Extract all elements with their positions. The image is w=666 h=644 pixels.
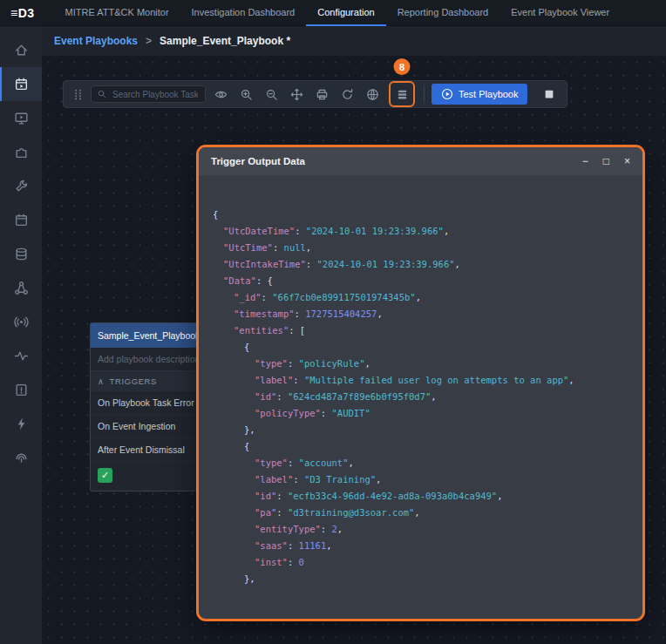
code-line: {: [213, 207, 642, 223]
trigger-enabled-checkbox[interactable]: ✓: [98, 468, 112, 483]
d3-logo: ≡D3: [10, 6, 35, 20]
zoom-in-button[interactable]: [235, 84, 256, 105]
close-icon[interactable]: ×: [624, 156, 630, 166]
playbook-icon: [14, 77, 29, 92]
code-line: },: [213, 422, 642, 438]
globe-button[interactable]: [362, 84, 383, 105]
screen-play-icon: [14, 111, 29, 125]
lightning-icon: [14, 417, 29, 431]
toolbar-icons: [210, 84, 383, 105]
trigger-output-data-button[interactable]: [391, 84, 412, 105]
sidebar-item-home[interactable]: [0, 33, 42, 67]
code-line: "label": "D3 Training",: [213, 471, 642, 488]
puzzle-icon: [14, 145, 29, 159]
breadcrumb-current: Sample_Event_Playbook *: [160, 35, 290, 47]
nav-item-mitre-att-ck-monitor[interactable]: MITRE ATT&CK Monitor: [54, 0, 180, 26]
code-line: "pa": "d3training@d3soar.com",: [213, 505, 642, 521]
drag-handle-icon: [71, 88, 85, 101]
topnav-items: MITRE ATT&CK MonitorInvestigation Dashbo…: [54, 0, 622, 26]
nav-item-event-playbook-viewer[interactable]: Event Playbook Viewer: [500, 0, 621, 26]
sidebar-item-automation[interactable]: [0, 407, 42, 441]
pan-icon: [290, 88, 303, 101]
print-button[interactable]: [311, 84, 332, 105]
search-box: [91, 85, 206, 103]
modal-window-controls: − □ ×: [582, 156, 630, 166]
code-line: "saas": 11161,: [213, 538, 642, 554]
sidebar-item-utilities[interactable]: [0, 169, 42, 203]
nav-item-investigation-dashboard[interactable]: Investigation Dashboard: [180, 0, 307, 26]
zoom-out-icon: [265, 88, 278, 101]
refresh-button[interactable]: [336, 84, 357, 105]
code-line: {: [213, 339, 642, 356]
sidebar-item-connections[interactable]: [0, 271, 42, 305]
nav-item-configuration[interactable]: Configuration: [306, 0, 385, 26]
stop-icon: [543, 88, 555, 100]
modal-title: Trigger Output Data: [211, 156, 582, 166]
sidebar-item-playbook-viewer[interactable]: [0, 101, 42, 135]
calendar-icon: [14, 213, 29, 227]
sidebar-item-data[interactable]: [0, 237, 42, 271]
code-line: "UtcTime": null,: [213, 240, 642, 256]
code-line: "UtcIntakeTime": "2024-10-01 19:23:39.96…: [213, 256, 642, 273]
alert-doc-icon: [14, 383, 29, 397]
sidebar-item-schedule[interactable]: [0, 203, 42, 237]
refresh-icon: [341, 88, 354, 101]
maximize-icon[interactable]: □: [603, 156, 609, 166]
wrench-icon: [14, 179, 29, 193]
code-line: "inst": 0: [213, 554, 642, 571]
playbook-toolbar: 8 Test Playbook: [63, 80, 567, 108]
eye-icon: [214, 88, 228, 101]
preview-button[interactable]: [210, 84, 231, 105]
test-playbook-label: Test Playbook: [459, 89, 518, 99]
code-line: "policyType": "AUDIT": [213, 405, 642, 422]
print-icon: [316, 88, 329, 101]
topnav: ≡D3 MITRE ATT&CK MonitorInvestigation Da…: [0, 0, 666, 26]
sidebar-item-identity[interactable]: [0, 441, 42, 475]
code-line: "entityType": 2,: [213, 521, 642, 538]
code-line: "id": "ecfb33c4-96dd-4e92-ad8a-093a0b4ca…: [213, 488, 642, 505]
breadcrumb: Event Playbooks > Sample_Event_Playbook …: [42, 26, 666, 56]
code-line: "type": "policyRule",: [213, 356, 642, 372]
code-line: "id": "624cd487a7f89e6b0f95f0d7",: [213, 389, 642, 405]
code-line: },: [213, 571, 642, 587]
code-line: {: [213, 438, 642, 455]
globe-icon: [366, 88, 379, 101]
broadcast-icon: [14, 315, 29, 329]
test-playbook-button[interactable]: Test Playbook: [432, 84, 527, 105]
home-icon: [14, 43, 29, 58]
annotation-badge: 8: [394, 58, 411, 75]
sidebar-item-playbooks[interactable]: [0, 67, 42, 101]
nav-item-reporting-dashboard[interactable]: Reporting Dashboard: [386, 0, 500, 26]
sidebar-item-alerts[interactable]: [0, 373, 42, 407]
breadcrumb-separator-icon: >: [146, 35, 152, 47]
search-input[interactable]: [111, 89, 200, 100]
trigger-output-modal: Trigger Output Data − □ × {"UtcDateTime"…: [199, 147, 642, 619]
sidebar: [0, 26, 42, 644]
zoom-in-icon: [240, 88, 253, 101]
play-circle-icon: [441, 88, 453, 100]
stop-button[interactable]: [540, 85, 559, 104]
pan-button[interactable]: [286, 84, 307, 105]
breadcrumb-root-link[interactable]: Event Playbooks: [54, 35, 138, 47]
pulse-icon: [14, 349, 29, 363]
fingerprint-icon: [14, 451, 29, 465]
triggers-section-label: TRIGGERS: [110, 376, 157, 386]
code-block: {"UtcDateTime": "2024-10-01 19:23:39.966…: [213, 207, 642, 587]
sidebar-item-integrations[interactable]: [0, 135, 42, 169]
modal-body: {"UtcDateTime": "2024-10-01 19:23:39.966…: [199, 175, 642, 587]
sidebar-item-activity[interactable]: [0, 339, 42, 373]
drag-handle[interactable]: [71, 88, 85, 101]
toolbar-divider: [424, 86, 425, 102]
sidebar-item-webhooks[interactable]: [0, 305, 42, 339]
code-line: "type": "account",: [213, 455, 642, 471]
zoom-out-button[interactable]: [261, 84, 282, 105]
annotation-ring: 8: [389, 81, 415, 107]
code-line: "Data": {: [213, 273, 642, 289]
search-icon: [97, 89, 107, 99]
chevron-up-icon: ∧: [98, 376, 105, 386]
data-stack-icon: [396, 88, 409, 101]
network-icon: [14, 281, 29, 295]
minimize-icon[interactable]: −: [582, 156, 588, 166]
code-line: "label": "Multiple failed user log on at…: [213, 372, 642, 389]
modal-header[interactable]: Trigger Output Data − □ ×: [199, 147, 642, 175]
